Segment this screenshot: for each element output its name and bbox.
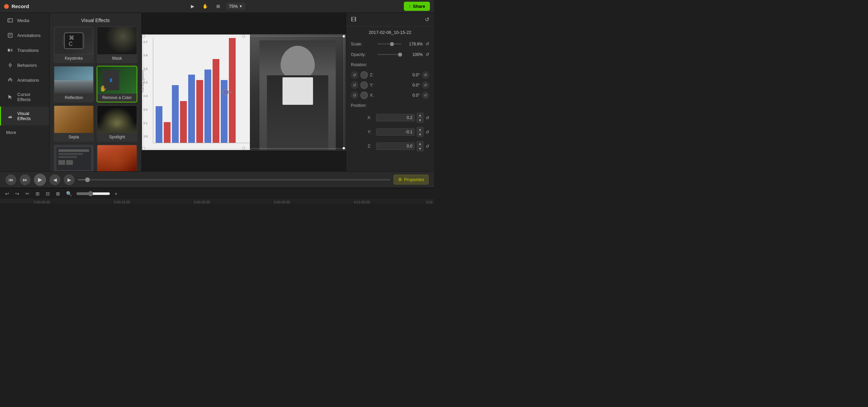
sidebar-item-label: Behaviors xyxy=(17,63,37,68)
center-handle[interactable] xyxy=(222,89,229,95)
zoom-slider[interactable] xyxy=(76,191,110,196)
effect-sepia[interactable]: Sepia xyxy=(54,105,94,142)
effect-keystroke[interactable]: ⌘ C ⌘ C Keystroke xyxy=(54,26,94,63)
opacity-slider[interactable] xyxy=(377,54,401,55)
remove-color-thumb: 👤 ✋ xyxy=(97,66,136,94)
props-scale-row: Scale: 178.6% ↺ xyxy=(346,39,434,49)
timeline-track-area: 0:00:00;00 0:00:15;00 0:00:30;00 0:00:45… xyxy=(34,199,434,204)
y-rotation-dial[interactable] xyxy=(360,81,368,89)
opacity-slider-thumb[interactable] xyxy=(398,53,402,57)
sidebar-item-label: Media xyxy=(17,18,29,23)
pos-x-spinner[interactable]: ▲ ▼ xyxy=(417,113,423,123)
sidebar-item-animations[interactable]: Animations xyxy=(0,73,49,88)
svg-rect-6 xyxy=(11,49,13,52)
video-overlay xyxy=(250,35,346,150)
svg-rect-2 xyxy=(8,33,12,37)
step-forward-button[interactable]: ⏭ xyxy=(20,174,31,185)
spotlight-thumb xyxy=(97,106,136,133)
pos-y-label: Y: xyxy=(351,130,371,134)
zoom-in-button[interactable]: + xyxy=(113,190,119,197)
x-axis-value: 0.0° xyxy=(379,93,420,98)
pos-y-reset-button[interactable]: ↺ xyxy=(426,130,429,135)
timeline-area: ↩ ↪ ✂ ⊞ ⊟ ⊠ 🔍 + + ▼ 0:00:00;00 0:00:15;0… xyxy=(0,188,434,204)
share-button[interactable]: ↑ Share xyxy=(404,2,430,11)
sidebar-item-media[interactable]: Media xyxy=(0,13,49,28)
sidebar-item-label: Transitions xyxy=(17,48,39,53)
effect-spotlight[interactable]: Spotlight xyxy=(97,105,137,142)
topbar: Record ▶ ✋ ⊞ 75% ▼ ↑ Share xyxy=(0,0,434,13)
playback-thumb[interactable] xyxy=(85,177,90,182)
effect-more2[interactable] xyxy=(97,144,137,171)
pos-y-spinner[interactable]: ▲ ▼ xyxy=(417,127,423,137)
z-reset-button[interactable]: ↺ xyxy=(422,71,429,79)
x-rotate-ccw-button[interactable]: ↺ xyxy=(351,92,358,99)
svg-point-7 xyxy=(9,64,11,66)
pos-z-down-button[interactable]: ▼ xyxy=(417,146,423,151)
pos-x-input[interactable] xyxy=(376,114,415,121)
redo-button[interactable]: ↪ xyxy=(14,190,21,197)
pos-y-input[interactable] xyxy=(376,128,415,136)
y-rotate-ccw-button[interactable]: ↺ xyxy=(351,81,358,89)
paste-button[interactable]: ⊟ xyxy=(44,190,52,197)
sidebar-more[interactable]: More xyxy=(0,125,49,139)
scale-slider-thumb[interactable] xyxy=(390,42,394,46)
z-rotate-ccw-button[interactable]: ↺ xyxy=(351,71,358,79)
pos-x-reset-button[interactable]: ↺ xyxy=(426,115,429,120)
visual-effects-icon xyxy=(7,113,13,119)
play-button[interactable]: ▶ xyxy=(34,174,46,186)
rewind-button[interactable]: ⏮ xyxy=(5,174,16,185)
z-rotation-dial[interactable] xyxy=(360,71,368,79)
sidebar-item-visual-effects[interactable]: Visual Effects xyxy=(0,106,49,125)
effect-reflection[interactable]: Reflection xyxy=(54,66,94,102)
split-button[interactable]: ⊠ xyxy=(54,190,62,197)
effect-mask[interactable]: Mask xyxy=(97,26,137,63)
select-tool-btn[interactable]: ▶ xyxy=(189,2,196,10)
effects-grid: ⌘ C ⌘ C Keystroke Mask xyxy=(50,26,141,171)
pos-z-input[interactable] xyxy=(376,142,415,150)
keystroke-label: Keystroke xyxy=(54,54,93,62)
effect-remove-color[interactable]: 👤 ✋ Remove a Color xyxy=(97,66,137,102)
hand-icon: ✋ xyxy=(202,4,208,9)
sidebar-item-transitions[interactable]: Transitions xyxy=(0,43,49,58)
reflection-thumb xyxy=(54,66,93,94)
props-opacity-row: Opacity: 100% ↺ xyxy=(346,49,434,60)
pos-z-spinner[interactable]: ▲ ▼ xyxy=(417,141,423,151)
playback-timeline[interactable] xyxy=(78,179,390,180)
zoom-out-button[interactable]: 🔍 xyxy=(64,190,74,197)
opacity-label: Opacity: xyxy=(351,52,375,57)
center-drag-group[interactable] xyxy=(222,92,233,93)
y-reset-button[interactable]: ↺ xyxy=(422,81,429,89)
effect-more1[interactable] xyxy=(54,144,94,171)
sidebar-item-behaviors[interactable]: Behaviors xyxy=(0,58,49,73)
scale-reset-button[interactable]: ↺ xyxy=(426,41,429,46)
scale-label: Scale: xyxy=(351,42,375,46)
scale-slider[interactable] xyxy=(377,43,401,44)
pos-z-up-button[interactable]: ▲ xyxy=(417,141,423,146)
crop-tool-btn[interactable]: ⊞ xyxy=(214,2,222,10)
sidebar-item-annotations[interactable]: Annotations xyxy=(0,28,49,43)
scale-value: 178.6% xyxy=(404,42,423,46)
reflection-label: Reflection xyxy=(54,94,93,102)
properties-button[interactable]: ⚙ Properties xyxy=(394,175,429,185)
pos-x-up-button[interactable]: ▲ xyxy=(417,113,423,118)
pos-z-reset-button[interactable]: ↺ xyxy=(426,144,429,149)
canvas-frame: 0.70.60.50.40.30.20.10.0 xyxy=(142,34,346,150)
pos-x-down-button[interactable]: ▼ xyxy=(417,118,423,123)
pos-y-down-button[interactable]: ▼ xyxy=(417,132,423,137)
copy-button[interactable]: ⊞ xyxy=(34,190,41,197)
cut-button[interactable]: ✂ xyxy=(24,190,31,197)
position-label: Position: xyxy=(351,103,375,108)
undo-button[interactable]: ↩ xyxy=(3,190,11,197)
next-frame-button[interactable]: ▶ xyxy=(64,174,75,185)
properties-reset-button[interactable]: ↺ xyxy=(425,16,429,23)
x-reset-button[interactable]: ↺ xyxy=(422,92,429,99)
opacity-reset-button[interactable]: ↺ xyxy=(426,52,429,57)
zoom-control[interactable]: 75% ▼ xyxy=(226,3,245,10)
x-rotation-dial[interactable] xyxy=(360,92,368,99)
sidebar-item-cursor-effects[interactable]: Cursor Effects xyxy=(0,88,49,106)
pos-y-up-button[interactable]: ▲ xyxy=(417,127,423,132)
rotation-label: Rotation: xyxy=(351,62,375,67)
timeline-labels: + ▼ xyxy=(0,199,34,204)
prev-frame-button[interactable]: ◀ xyxy=(50,174,60,185)
pan-tool-btn[interactable]: ✋ xyxy=(200,2,210,10)
